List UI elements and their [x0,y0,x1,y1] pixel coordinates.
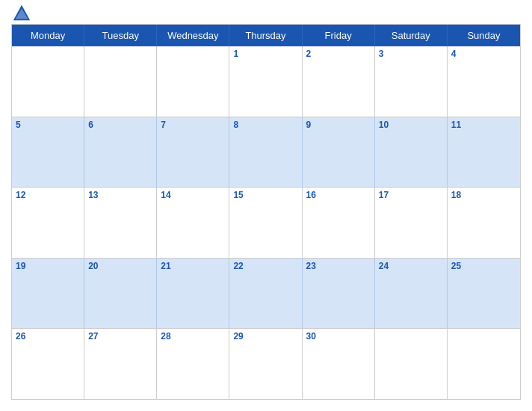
day-number: 7 [161,120,166,130]
day-cell [84,46,157,117]
day-number: 2 [306,49,312,59]
day-number: 18 [451,190,461,200]
day-cell: 30 [303,329,375,399]
day-cell: 20 [84,259,157,329]
day-cell: 17 [375,188,448,258]
day-number: 20 [88,261,98,271]
day-number: 11 [451,120,461,130]
generalblue-logo-icon [11,3,32,24]
day-cell: 6 [84,117,157,188]
day-cell: 22 [229,259,302,329]
week-row: 567891011 [12,117,520,188]
day-header-saturday: Saturday [375,25,448,46]
day-cell: 12 [12,188,84,258]
day-cell: 10 [375,117,448,188]
day-number: 5 [16,120,21,130]
day-header-sunday: Sunday [448,25,520,46]
day-cell: 24 [375,259,448,329]
day-header-monday: Monday [12,25,84,46]
day-cell: 13 [84,188,157,258]
day-number: 1 [233,49,238,59]
day-number: 4 [451,49,457,59]
day-header-wednesday: Wednesday [157,25,229,46]
day-cell: 2 [303,46,375,117]
day-number: 28 [161,331,170,342]
day-cell: 9 [303,117,375,188]
calendar: MondayTuesdayWednesdayThursdayFridaySatu… [11,24,521,400]
week-row: 19202122232425 [12,259,520,330]
day-cell: 23 [303,259,375,329]
day-number: 13 [88,190,98,200]
day-cell: 16 [303,188,375,258]
day-cell: 25 [448,259,520,329]
day-cell: 26 [12,329,84,399]
calendar-body: 1234567891011121314151617181920212223242… [12,46,520,399]
day-cell [375,329,448,399]
day-number: 3 [379,49,384,59]
day-cell [157,46,229,117]
day-cell: 14 [157,188,229,258]
day-number: 21 [161,261,170,271]
day-number: 27 [88,331,98,342]
week-row: 2627282930 [12,329,520,399]
day-number: 15 [233,190,243,200]
day-cell: 5 [12,117,84,188]
day-number: 26 [16,331,25,342]
day-number: 6 [88,120,93,130]
day-cell: 11 [448,117,520,188]
day-number: 10 [379,120,389,130]
day-cell [448,329,520,399]
day-cell: 3 [375,46,448,117]
day-cell: 1 [229,46,302,117]
logo [11,3,35,24]
day-number: 29 [233,331,243,342]
day-number: 8 [233,120,238,130]
day-number: 24 [379,261,389,271]
day-number: 23 [306,261,316,271]
day-header-friday: Friday [303,25,375,46]
day-header-thursday: Thursday [229,25,302,46]
day-cell: 27 [84,329,157,399]
day-cell: 18 [448,188,520,258]
day-number: 22 [233,261,243,271]
day-cell: 7 [157,117,229,188]
day-number: 9 [306,120,312,130]
day-headers: MondayTuesdayWednesdayThursdayFridaySatu… [12,25,520,46]
day-number: 19 [16,261,25,271]
day-header-tuesday: Tuesday [84,25,157,46]
day-cell: 28 [157,329,229,399]
day-cell [12,46,84,117]
day-cell: 15 [229,188,302,258]
day-cell: 19 [12,259,84,329]
day-number: 16 [306,190,316,200]
day-number: 17 [379,190,389,200]
day-number: 12 [16,190,25,200]
week-row: 12131415161718 [12,188,520,259]
day-number: 30 [306,331,316,342]
day-cell: 21 [157,259,229,329]
week-row: 1234 [12,46,520,117]
day-cell: 29 [229,329,302,399]
day-number: 14 [161,190,170,200]
day-number: 25 [451,261,461,271]
day-cell: 4 [448,46,520,117]
calendar-header [11,7,521,18]
day-cell: 8 [229,117,302,188]
